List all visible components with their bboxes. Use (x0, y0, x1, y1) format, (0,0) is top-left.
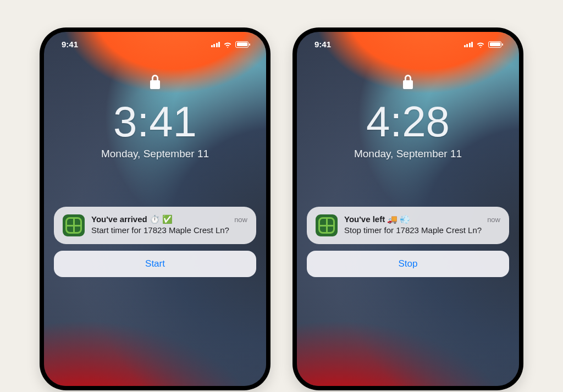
battery-icon (235, 41, 249, 48)
status-icons (464, 41, 502, 48)
cellular-icon (464, 42, 473, 47)
lock-date: Monday, September 11 (44, 148, 266, 160)
lock-time: 3:41 (44, 97, 266, 147)
status-time: 9:41 (62, 40, 78, 49)
stop-button[interactable]: Stop (307, 251, 509, 277)
phone-screen: 9:41 3:41 Monday, September 11 You've ar… (44, 32, 266, 386)
lock-area: 4:28 Monday, September 11 (297, 75, 519, 160)
notification-message: Stop timer for 17823 Maple Crest Ln? (344, 225, 500, 235)
notification-title: You've left 🚚 💨 (344, 214, 410, 224)
notification-title: You've arrived ⏱️ ✅ (91, 214, 173, 224)
notification-timestamp: now (487, 216, 500, 224)
phone-mockup-right: 9:41 4:28 Monday, September 11 You've le… (292, 27, 523, 390)
wifi-icon (223, 41, 232, 48)
app-icon (316, 214, 338, 236)
notification-body: You've left 🚚 💨 now Stop timer for 17823… (344, 214, 500, 236)
phone-mockup-left: 9:41 3:41 Monday, September 11 You've ar… (40, 27, 271, 390)
notification-timestamp: now (234, 216, 247, 224)
app-icon (63, 214, 85, 236)
wifi-icon (476, 41, 485, 48)
notification-stack: You've arrived ⏱️ ✅ now Start timer for … (54, 207, 256, 277)
status-time: 9:41 (314, 40, 331, 49)
cellular-icon (211, 42, 220, 47)
lock-icon (402, 75, 414, 90)
phone-screen: 9:41 4:28 Monday, September 11 You've le… (297, 32, 519, 386)
notification-message: Start timer for 17823 Maple Crest Ln? (91, 225, 247, 235)
notification-card[interactable]: You've left 🚚 💨 now Stop timer for 17823… (307, 207, 509, 244)
status-icons (211, 41, 249, 48)
notification-stack: You've left 🚚 💨 now Stop timer for 17823… (307, 207, 509, 277)
notification-body: You've arrived ⏱️ ✅ now Start timer for … (91, 214, 247, 236)
status-bar: 9:41 (44, 40, 266, 49)
lock-icon (149, 75, 161, 90)
lock-date: Monday, September 11 (297, 148, 519, 160)
start-button[interactable]: Start (54, 251, 256, 277)
status-bar: 9:41 (297, 40, 519, 49)
battery-icon (488, 41, 501, 48)
lock-time: 4:28 (297, 97, 519, 147)
notification-card[interactable]: You've arrived ⏱️ ✅ now Start timer for … (54, 207, 256, 244)
lock-area: 3:41 Monday, September 11 (44, 75, 266, 160)
